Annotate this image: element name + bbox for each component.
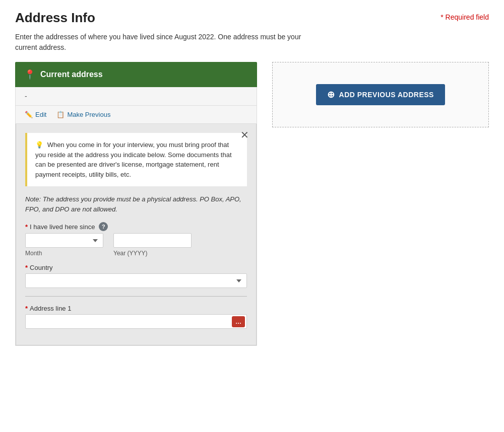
lived-since-label: I have lived here since [30, 223, 95, 231]
address-line1-label: Address line 1 [30, 305, 71, 312]
year-label: Year (YYYY) [113, 250, 192, 257]
address-lookup-button[interactable]: ... [232, 316, 245, 327]
lived-since-field: * I have lived here since ? January Febr… [25, 222, 247, 257]
page-title: Address Info [15, 10, 95, 26]
form-divider [25, 296, 247, 297]
make-previous-button[interactable]: 📋 Make Previous [56, 111, 110, 118]
year-input[interactable] [113, 233, 192, 248]
page-description: Enter the addresses of where you have li… [15, 32, 307, 53]
current-address-title: Current address [40, 70, 103, 79]
bulb-icon: 💡 [35, 141, 43, 149]
close-button[interactable]: ✕ [240, 130, 249, 140]
make-previous-label: Make Previous [67, 111, 110, 118]
country-required-star: * [25, 264, 28, 271]
country-select[interactable]: United States Canada Mexico United Kingd… [25, 273, 247, 288]
make-previous-icon: 📋 [56, 111, 65, 118]
card-actions: ✏️ Edit 📋 Make Previous [16, 106, 257, 124]
left-panel: 📍 Current address - ✏️ Edit 📋 Make Previ… [15, 62, 257, 346]
help-icon[interactable]: ? [99, 222, 108, 231]
hint-text: When you come in for your interview, you… [35, 141, 232, 178]
hint-box: 💡 When you come in for your interview, y… [25, 133, 247, 186]
address-line1-wrapper: ... [25, 314, 247, 329]
edit-label: Edit [35, 111, 46, 118]
previous-address-box: ⊕ ADD PREVIOUS ADDRESS [272, 62, 489, 127]
address-placeholder: - [16, 87, 257, 106]
edit-button[interactable]: ✏️ Edit [25, 111, 46, 118]
note-text: Note: The address you provide must be a … [25, 194, 247, 214]
month-label: Month [25, 250, 103, 257]
country-field: * Country United States Canada Mexico Un… [25, 264, 247, 288]
address-line1-input[interactable] [25, 314, 247, 329]
lived-since-required-star: * [25, 223, 28, 231]
address-line1-field: * Address line 1 ... [25, 305, 247, 329]
address-card: - ✏️ Edit 📋 Make Previous ✕ 💡 When you c… [15, 87, 257, 346]
form-popup: ✕ 💡 When you come in for your interview,… [16, 124, 257, 345]
year-field: Year (YYYY) [113, 233, 192, 257]
right-panel: ⊕ ADD PREVIOUS ADDRESS [272, 62, 489, 127]
required-field-label: * Required field [440, 13, 489, 21]
current-address-header: 📍 Current address [15, 62, 257, 87]
edit-icon: ✏️ [25, 111, 33, 118]
address-line1-required-star: * [25, 305, 28, 312]
country-label: Country [30, 264, 53, 271]
location-icon: 📍 [24, 69, 35, 80]
add-previous-address-button[interactable]: ⊕ ADD PREVIOUS ADDRESS [316, 84, 445, 105]
add-previous-label: ADD PREVIOUS ADDRESS [339, 91, 434, 99]
plus-icon: ⊕ [327, 90, 335, 99]
month-field: January February March April May June Ju… [25, 233, 103, 257]
month-select[interactable]: January February March April May June Ju… [25, 233, 103, 248]
